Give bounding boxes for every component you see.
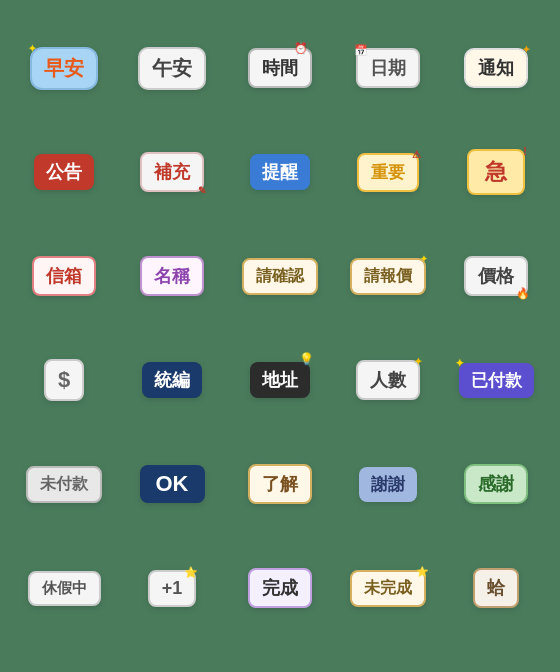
- cell-qingbaojia[interactable]: ✦ 請報價: [343, 246, 433, 306]
- sticker-tongbianhao[interactable]: 統編: [142, 362, 202, 398]
- label-zhongyao: 重要: [371, 161, 405, 184]
- deco-tongzhi: ✦: [522, 44, 530, 55]
- label-xia: 蛤: [487, 576, 505, 600]
- cell-shijian[interactable]: ⏰ 時間: [235, 38, 325, 98]
- cell-xiesie1[interactable]: 謝謝: [343, 454, 433, 514]
- deco-renshu: ✦: [414, 356, 422, 367]
- cell-yifukuan[interactable]: ✦ 已付款: [451, 350, 541, 410]
- cell-buchong[interactable]: 補充 ✎: [127, 142, 217, 202]
- label-wuan: 午安: [152, 55, 192, 82]
- sticker-buchong[interactable]: 補充 ✎: [140, 152, 204, 192]
- cell-ok[interactable]: OK: [127, 454, 217, 514]
- label-tongbianhao: 統編: [154, 368, 190, 392]
- sticker-qingbaojia[interactable]: ✦ 請報價: [350, 258, 426, 295]
- sticker-xiesie1[interactable]: 謝謝: [359, 467, 417, 502]
- deco-zhongyao: ⚠: [412, 149, 421, 160]
- label-plus1: +1: [162, 578, 183, 599]
- label-zaoan: 早安: [44, 55, 84, 82]
- cell-zaoan[interactable]: ✦ 早安: [19, 38, 109, 98]
- label-yifukuan: 已付款: [471, 369, 522, 392]
- label-liaojie: 了解: [262, 472, 298, 496]
- label-qingqueren: 請確認: [256, 266, 304, 287]
- sticker-mingcheng[interactable]: 名稱: [140, 256, 204, 296]
- sticker-shijian[interactable]: ⏰ 時間: [248, 48, 312, 88]
- cell-gonggao[interactable]: 公告: [19, 142, 109, 202]
- cell-liaojie[interactable]: 了解: [235, 454, 325, 514]
- sticker-xinxiang[interactable]: 信箱: [32, 256, 96, 296]
- cell-xia[interactable]: 蛤: [451, 558, 541, 618]
- label-weifukuan: 未付款: [40, 474, 88, 495]
- sticker-ok[interactable]: OK: [140, 465, 205, 503]
- cell-weiwancheng[interactable]: ⭐ 未完成: [343, 558, 433, 618]
- sticker-xia[interactable]: 蛤: [473, 568, 519, 608]
- label-shijian: 時間: [262, 56, 298, 80]
- deco-weiwancheng: ⭐: [416, 566, 428, 577]
- deco-ji: !: [523, 145, 527, 157]
- cell-tongbianhao[interactable]: 統編: [127, 350, 217, 410]
- deco-shijian: ⏰: [294, 42, 308, 55]
- cell-renshu[interactable]: ✦ 人數: [343, 350, 433, 410]
- sticker-xiujiazhong[interactable]: 休假中: [28, 571, 101, 606]
- sticker-ganxie[interactable]: 感謝: [464, 464, 528, 504]
- sticker-liaojie[interactable]: 了解: [248, 464, 312, 504]
- label-gonggao: 公告: [46, 160, 82, 184]
- label-weiwancheng: 未完成: [364, 578, 412, 599]
- label-mingcheng: 名稱: [154, 264, 190, 288]
- sticker-zaoan[interactable]: ✦ 早安: [30, 47, 98, 90]
- sticker-yifukuan[interactable]: ✦ 已付款: [459, 363, 534, 398]
- label-xinxiang: 信箱: [46, 264, 82, 288]
- sticker-dizhi[interactable]: 💡 地址: [250, 362, 310, 398]
- sticker-tongzhi[interactable]: ✦ 通知: [464, 48, 528, 88]
- sticker-plus1[interactable]: ⭐ +1: [148, 570, 197, 607]
- label-ganxie: 感謝: [478, 472, 514, 496]
- label-riqi: 日期: [370, 56, 406, 80]
- sticker-wuan[interactable]: 午安: [138, 47, 206, 90]
- sticker-grid: ✦ 早安 午安 ⏰ 時間 📅 日期 ✦ 通知 公告 補充 ✎: [14, 18, 546, 638]
- label-dizhi: 地址: [262, 368, 298, 392]
- sticker-weifukuan[interactable]: 未付款: [26, 466, 102, 503]
- cell-wancheng[interactable]: 完成: [235, 558, 325, 618]
- cell-qingqueren[interactable]: 請確認: [235, 246, 325, 306]
- label-xiesie1: 謝謝: [371, 473, 405, 496]
- label-wancheng: 完成: [262, 576, 298, 600]
- deco-buchong: ✎: [198, 185, 206, 196]
- cell-zhongyao[interactable]: ⚠ 重要: [343, 142, 433, 202]
- sticker-jiage[interactable]: 價格 🔥: [464, 256, 528, 296]
- cell-dizhi[interactable]: 💡 地址: [235, 350, 325, 410]
- sticker-ji[interactable]: ! 急: [467, 149, 525, 195]
- cell-wuan[interactable]: 午安: [127, 38, 217, 98]
- cell-ji[interactable]: ! 急: [451, 142, 541, 202]
- cell-xiujiazhong[interactable]: 休假中: [19, 558, 109, 618]
- cell-tixing[interactable]: 提醒: [235, 142, 325, 202]
- sticker-zhongyao[interactable]: ⚠ 重要: [357, 153, 419, 192]
- deco-yifukuan: ✦: [455, 357, 464, 370]
- cell-jiage[interactable]: 價格 🔥: [451, 246, 541, 306]
- sticker-dollar[interactable]: $: [44, 359, 84, 401]
- sticker-tixing[interactable]: 提醒: [250, 154, 310, 190]
- label-renshu: 人數: [370, 368, 406, 392]
- label-ok: OK: [156, 471, 189, 497]
- cell-ganxie[interactable]: 感謝: [451, 454, 541, 514]
- cell-xinxiang[interactable]: 信箱: [19, 246, 109, 306]
- cell-mingcheng[interactable]: 名稱: [127, 246, 217, 306]
- sticker-wancheng[interactable]: 完成: [248, 568, 312, 608]
- label-tongzhi: 通知: [478, 56, 514, 80]
- sticker-weiwancheng[interactable]: ⭐ 未完成: [350, 570, 426, 607]
- label-jiage: 價格: [478, 264, 514, 288]
- cell-riqi[interactable]: 📅 日期: [343, 38, 433, 98]
- label-qingbaojia: 請報價: [364, 266, 412, 287]
- sticker-renshu[interactable]: ✦ 人數: [356, 360, 420, 400]
- label-tixing: 提醒: [262, 160, 298, 184]
- label-xiujiazhong: 休假中: [42, 579, 87, 598]
- sticker-qingqueren[interactable]: 請確認: [242, 258, 318, 295]
- sticker-riqi[interactable]: 📅 日期: [356, 48, 420, 88]
- cell-dollar[interactable]: $: [19, 350, 109, 410]
- sticker-gonggao[interactable]: 公告: [34, 154, 94, 190]
- cell-weifukuan[interactable]: 未付款: [19, 454, 109, 514]
- cell-tongzhi[interactable]: ✦ 通知: [451, 38, 541, 98]
- deco-riqi: 📅: [354, 44, 368, 57]
- label-buchong: 補充: [154, 160, 190, 184]
- label-dollar: $: [58, 367, 70, 393]
- deco-jiage: 🔥: [516, 287, 530, 300]
- cell-plus1[interactable]: ⭐ +1: [127, 558, 217, 618]
